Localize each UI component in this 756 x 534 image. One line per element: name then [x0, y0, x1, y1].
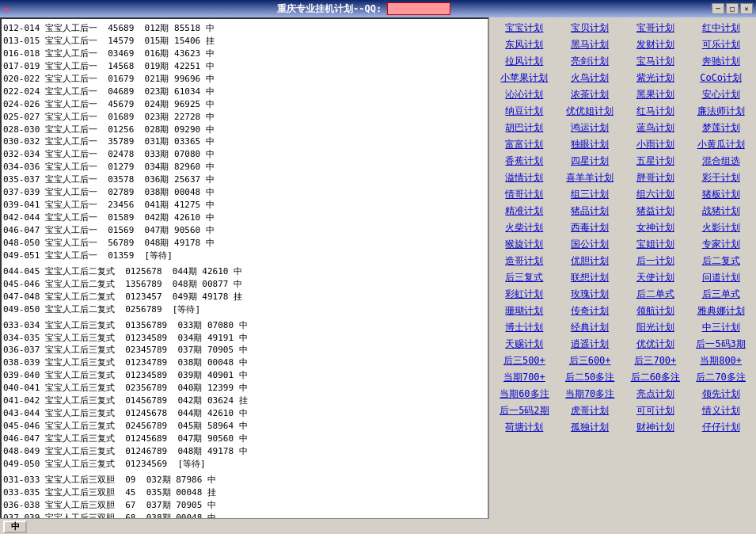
plan-link[interactable]: 可乐计划 — [689, 37, 753, 52]
plan-link[interactable]: 浓茶计划 — [558, 87, 622, 102]
plan-link[interactable]: 中三计划 — [689, 320, 753, 335]
plan-link[interactable]: 优优计划 — [624, 337, 688, 352]
plan-link[interactable]: 后一计划 — [624, 254, 688, 269]
plan-link[interactable]: 猪益计划 — [624, 204, 688, 219]
plan-link[interactable]: 亮点计划 — [624, 387, 688, 402]
qq-input[interactable] — [387, 2, 450, 15]
plan-link[interactable]: 优优姐计划 — [558, 104, 622, 119]
plan-link[interactable]: 紫光计划 — [624, 71, 688, 86]
plan-link[interactable]: 专家计划 — [689, 237, 753, 252]
plan-link[interactable]: 组六计划 — [624, 187, 688, 202]
plan-link[interactable]: 造哥计划 — [492, 254, 557, 269]
plan-link[interactable]: 后三复式 — [492, 270, 557, 285]
plan-link[interactable]: 天使计划 — [624, 270, 688, 285]
plan-link[interactable]: 猴旋计划 — [492, 237, 557, 252]
plan-link[interactable]: 四星计划 — [558, 154, 622, 169]
plan-link[interactable]: 逍遥计划 — [558, 337, 622, 352]
plan-link[interactable]: 五星计划 — [624, 154, 688, 169]
plan-link[interactable]: 孤独计划 — [558, 420, 622, 435]
plan-link[interactable]: 博士计划 — [492, 320, 557, 335]
plan-link[interactable]: 火柴计划 — [492, 220, 557, 235]
plan-link[interactable]: 宝马计划 — [624, 54, 688, 69]
plan-link[interactable]: 后三500+ — [492, 353, 557, 368]
plan-link[interactable]: 小黄瓜计划 — [689, 137, 753, 152]
plan-link[interactable]: 拉风计划 — [492, 54, 557, 69]
plan-link[interactable]: 黑马计划 — [558, 37, 622, 52]
plan-link[interactable]: 蓝鸟计划 — [624, 120, 688, 135]
plan-link[interactable]: 当期70多注 — [558, 387, 622, 402]
plan-link[interactable]: 后一5码2期 — [492, 403, 557, 418]
plan-link[interactable]: 阳光计划 — [624, 320, 688, 335]
plan-link[interactable]: 胖哥计划 — [624, 170, 688, 185]
plan-link[interactable]: 经典计划 — [558, 320, 622, 335]
plan-link[interactable]: 香蕉计划 — [492, 154, 557, 169]
plan-link[interactable]: 后三600+ — [558, 353, 622, 368]
plan-link[interactable]: 宝贝计划 — [558, 21, 622, 36]
plan-link[interactable]: 领航计划 — [624, 303, 688, 318]
plan-link[interactable]: 后二70多注 — [689, 370, 753, 385]
plan-link[interactable]: 东风计划 — [492, 37, 557, 52]
plan-link[interactable]: 亮剑计划 — [558, 54, 622, 69]
plan-link[interactable]: 火鸟计划 — [558, 71, 622, 86]
plan-link[interactable]: 领先计划 — [689, 387, 753, 402]
minimize-button[interactable]: ─ — [712, 3, 724, 14]
plan-link[interactable]: 珊瑚计划 — [492, 303, 557, 318]
plan-link[interactable]: 虎哥计划 — [558, 403, 622, 418]
plan-link[interactable]: 黑果计划 — [624, 87, 688, 102]
plan-link[interactable]: 问道计划 — [689, 270, 753, 285]
plan-link[interactable]: 战猪计划 — [689, 204, 753, 219]
plan-link[interactable]: 安心计划 — [689, 87, 753, 102]
plan-link[interactable]: 后三单式 — [689, 287, 753, 302]
plan-link[interactable]: 当期800+ — [689, 353, 753, 368]
plan-link[interactable]: 情哥计划 — [492, 187, 557, 202]
plan-link[interactable]: 混合组选 — [689, 154, 753, 169]
plan-link[interactable]: 纳豆计划 — [492, 104, 557, 119]
plan-link[interactable]: 仔仔计划 — [689, 420, 753, 435]
plan-link[interactable]: 西毒计划 — [558, 220, 622, 235]
plan-link[interactable]: 玫瑰计划 — [558, 287, 622, 302]
plan-link[interactable]: 后二单式 — [624, 287, 688, 302]
plan-link[interactable]: 当期60多注 — [492, 387, 557, 402]
plan-link[interactable]: 联想计划 — [558, 270, 622, 285]
plan-link[interactable]: 梦莲计划 — [689, 120, 753, 135]
plan-link[interactable]: 独眼计划 — [558, 137, 622, 152]
plan-link[interactable]: 小苹果计划 — [492, 71, 557, 86]
plan-link[interactable]: 鸿运计划 — [558, 120, 622, 135]
plan-link[interactable]: 火影计划 — [689, 220, 753, 235]
plan-link[interactable]: 后一5码3期 — [689, 337, 753, 352]
plan-link[interactable]: 彩虹计划 — [492, 287, 557, 302]
plan-link[interactable]: 精准计划 — [492, 204, 557, 219]
plan-link[interactable]: 可可计划 — [624, 403, 688, 418]
plan-link[interactable]: 情义计划 — [689, 403, 753, 418]
plan-link[interactable]: 猪品计划 — [558, 204, 622, 219]
plan-link[interactable]: 奔驰计划 — [689, 54, 753, 69]
plan-link[interactable]: 猪板计划 — [689, 187, 753, 202]
plan-link[interactable]: 荷塘计划 — [492, 420, 557, 435]
plan-link[interactable]: 后三700+ — [624, 353, 688, 368]
plan-link[interactable]: 富富计划 — [492, 137, 557, 152]
plan-link[interactable]: CoCo计划 — [689, 71, 753, 86]
plan-link[interactable]: 传奇计划 — [558, 303, 622, 318]
plan-link[interactable]: 天赐计划 — [492, 337, 557, 352]
plan-link[interactable]: 后二复式 — [689, 254, 753, 269]
close-button[interactable]: ✕ — [740, 3, 753, 14]
plan-link[interactable]: 宝姐计划 — [624, 237, 688, 252]
plan-link[interactable]: 沁沁计划 — [492, 87, 557, 102]
plan-link[interactable]: 发财计划 — [624, 37, 688, 52]
plan-link[interactable]: 小雨计划 — [624, 137, 688, 152]
plan-link[interactable]: 彩干计划 — [689, 170, 753, 185]
plan-link[interactable]: 宝哥计划 — [624, 21, 688, 36]
plan-link[interactable]: 胡巴计划 — [492, 120, 557, 135]
plan-link[interactable]: 女神计划 — [624, 220, 688, 235]
plan-link[interactable]: 喜羊羊计划 — [558, 170, 622, 185]
plan-link[interactable]: 优胆计划 — [558, 254, 622, 269]
plan-link[interactable]: 后二60多注 — [624, 370, 688, 385]
plan-link[interactable]: 廉法师计划 — [689, 104, 753, 119]
plan-link[interactable]: 组三计划 — [558, 187, 622, 202]
plan-link[interactable]: 红中计划 — [689, 21, 753, 36]
plan-link[interactable]: 红马计划 — [624, 104, 688, 119]
plan-link[interactable]: 宝宝计划 — [492, 21, 557, 36]
plan-link[interactable]: 财神计划 — [624, 420, 688, 435]
plan-link[interactable]: 雅典娜计划 — [689, 303, 753, 318]
maximize-button[interactable]: □ — [726, 3, 739, 14]
